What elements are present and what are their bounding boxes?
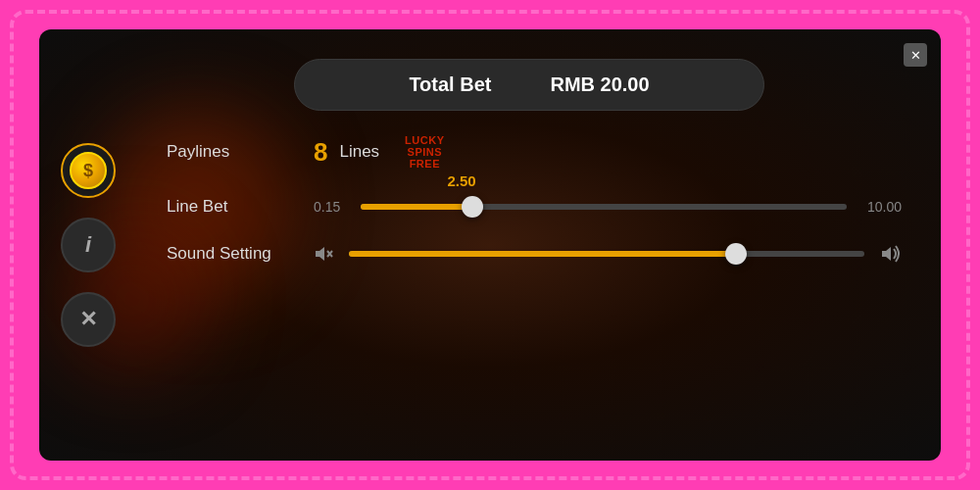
sound-fill xyxy=(349,251,736,257)
line-bet-label: Line Bet xyxy=(167,197,294,217)
lines-label: Lines xyxy=(339,142,379,162)
total-bet-bar: Total Bet RMB 20.00 xyxy=(294,59,764,111)
line-bet-track-wrapper[interactable]: 2.50 xyxy=(361,204,847,210)
info-icon: i xyxy=(85,232,91,258)
line-bet-thumb[interactable]: 2.50 xyxy=(462,196,483,218)
line-bet-fill xyxy=(361,204,472,210)
line-bet-max: 10.00 xyxy=(862,199,902,215)
line-bet-slider-container: 0.15 2.50 10.00 xyxy=(314,199,902,215)
lucky-line1: LUCKY xyxy=(405,134,444,146)
total-bet-label: Total Bet xyxy=(409,74,491,96)
line-bet-row: Line Bet 0.15 2.50 10.00 xyxy=(167,197,902,217)
line-bet-track: 2.50 xyxy=(361,204,847,210)
lucky-line2: SPINS xyxy=(408,146,443,158)
sound-track xyxy=(349,251,864,257)
total-bet-value: RMB 20.00 xyxy=(550,74,649,96)
panel-close-button[interactable]: ✕ xyxy=(904,43,927,67)
loud-icon xyxy=(880,245,902,263)
sound-setting-label: Sound Setting xyxy=(167,244,294,264)
sound-slider-container xyxy=(314,245,902,263)
coin-icon: $ xyxy=(70,152,107,189)
svg-marker-3 xyxy=(882,247,891,261)
svg-marker-0 xyxy=(316,247,324,261)
panel-close-icon: ✕ xyxy=(910,48,921,63)
lucky-badge: LUCKY SPINS FREE xyxy=(405,134,444,170)
info-button[interactable]: i xyxy=(61,218,116,272)
sound-setting-row: Sound Setting xyxy=(167,244,902,264)
main-content: Total Bet RMB 20.00 Paylines 8 Lines LUC… xyxy=(137,29,941,461)
game-panel: ✕ $ i ✕ Total Bet RMB 20.00 xyxy=(39,29,941,461)
paylines-number: 8 xyxy=(314,137,327,168)
coin-button[interactable]: $ xyxy=(61,143,116,198)
sidebar: $ i ✕ xyxy=(39,29,137,461)
mute-icon xyxy=(314,245,333,263)
outer-border: ✕ $ i ✕ Total Bet RMB 20.00 xyxy=(10,10,970,480)
settings-area: Paylines 8 Lines LUCKY SPINS FREE Line B… xyxy=(157,134,902,264)
paylines-row: Paylines 8 Lines LUCKY SPINS FREE xyxy=(167,134,902,170)
line-bet-value: 2.50 xyxy=(447,172,475,189)
paylines-label: Paylines xyxy=(167,142,294,162)
sound-track-wrapper[interactable] xyxy=(349,251,864,257)
line-bet-min: 0.15 xyxy=(314,199,345,215)
close-sidebar-button[interactable]: ✕ xyxy=(61,292,116,347)
lucky-line3: FREE xyxy=(410,158,440,170)
paylines-value-row: 8 Lines LUCKY SPINS FREE xyxy=(314,134,445,170)
close-sidebar-icon: ✕ xyxy=(79,307,97,332)
sound-thumb[interactable] xyxy=(725,243,747,265)
